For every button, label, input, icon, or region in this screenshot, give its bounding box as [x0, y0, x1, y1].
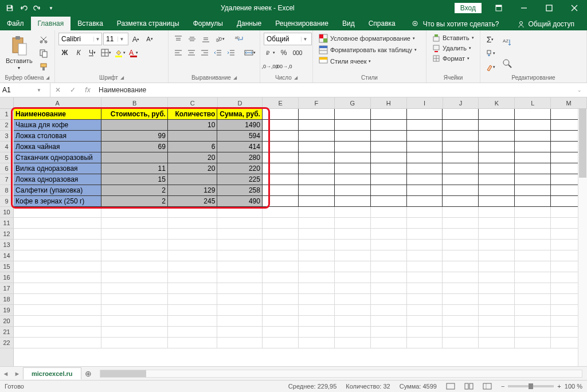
cell[interactable] — [515, 283, 551, 294]
cell[interactable] — [443, 185, 479, 196]
cell[interactable] — [407, 185, 443, 196]
cell[interactable] — [371, 196, 407, 207]
tab-главная[interactable]: Главная — [31, 17, 71, 30]
cell[interactable] — [335, 196, 371, 207]
italic-button[interactable]: К — [72, 46, 85, 59]
cell[interactable] — [515, 185, 551, 196]
wrap-text-icon[interactable]: ab — [233, 33, 245, 45]
cell[interactable] — [263, 142, 299, 152]
fill-icon[interactable]: ▾ — [484, 47, 496, 60]
cell[interactable] — [335, 185, 371, 196]
cell[interactable] — [443, 261, 479, 272]
cell[interactable] — [101, 327, 168, 338]
cell[interactable] — [371, 131, 407, 142]
cell[interactable] — [407, 218, 443, 229]
cell[interactable] — [299, 142, 335, 152]
cell[interactable] — [168, 327, 217, 338]
cell[interactable] — [515, 196, 551, 207]
cell[interactable] — [479, 174, 515, 185]
cell[interactable]: Чашка для кофе — [14, 120, 101, 131]
cell[interactable]: 245 — [168, 196, 217, 207]
percent-format-icon[interactable]: % — [277, 46, 290, 59]
cell[interactable] — [515, 261, 551, 272]
cell[interactable] — [14, 218, 101, 229]
cell[interactable] — [14, 283, 101, 294]
cell[interactable] — [443, 283, 479, 294]
font-launcher-icon[interactable]: ◢ — [120, 75, 124, 80]
col-header[interactable]: A — [14, 97, 101, 108]
row-header[interactable]: 16 — [0, 272, 13, 283]
cell[interactable]: Наименование — [14, 109, 101, 120]
increase-decimal-icon[interactable]: ,0→,00 — [264, 60, 276, 73]
cell[interactable] — [407, 109, 443, 120]
cell[interactable] — [515, 163, 551, 174]
add-sheet-button[interactable]: ⊕ — [81, 367, 95, 381]
cell[interactable]: Кофе в зернах (250 г) — [14, 196, 101, 207]
cell[interactable] — [515, 250, 551, 261]
cell[interactable] — [371, 305, 407, 316]
fill-color-button[interactable]: ▾ — [114, 46, 126, 59]
cell[interactable]: 220 — [217, 163, 263, 174]
cell[interactable] — [443, 316, 479, 327]
row-header[interactable]: 21 — [0, 327, 13, 338]
increase-font-icon[interactable]: A▴ — [130, 33, 142, 45]
underline-button[interactable]: Ч▾ — [86, 46, 99, 59]
cell[interactable] — [14, 294, 101, 305]
cell[interactable] — [371, 142, 407, 152]
cell[interactable] — [479, 283, 515, 294]
cell[interactable] — [14, 338, 101, 348]
cell[interactable] — [443, 196, 479, 207]
cell[interactable] — [407, 272, 443, 283]
cell[interactable]: Сумма, руб. — [217, 109, 263, 120]
cell[interactable] — [443, 272, 479, 283]
tab-рецензирование[interactable]: Рецензирование — [268, 17, 335, 30]
cell[interactable] — [335, 218, 371, 229]
cell[interactable] — [335, 174, 371, 185]
row-header[interactable]: 18 — [0, 294, 13, 305]
cell[interactable] — [335, 152, 371, 163]
row-header[interactable]: 11 — [0, 218, 13, 229]
expand-formula-bar-icon[interactable]: ⌄ — [572, 87, 587, 93]
cell[interactable] — [335, 240, 371, 250]
cell[interactable] — [14, 229, 101, 240]
cell[interactable] — [101, 229, 168, 240]
sheet-nav-prev-icon[interactable]: ◄ — [0, 370, 11, 377]
view-normal-icon[interactable] — [446, 383, 455, 390]
cell[interactable]: 69 — [101, 142, 168, 152]
cell[interactable] — [479, 120, 515, 131]
cell[interactable] — [443, 207, 479, 218]
cell[interactable] — [263, 294, 299, 305]
maximize-icon[interactable] — [537, 0, 562, 16]
cell[interactable] — [443, 294, 479, 305]
cell[interactable] — [515, 131, 551, 142]
cell[interactable] — [263, 250, 299, 261]
zoom-slider[interactable] — [508, 385, 554, 387]
cell[interactable] — [217, 272, 263, 283]
row-header[interactable]: 3 — [0, 131, 13, 142]
col-header[interactable]: B — [101, 97, 168, 108]
cell[interactable] — [407, 283, 443, 294]
font-size-combo[interactable]: ▼ — [103, 33, 128, 45]
copy-icon[interactable] — [37, 47, 50, 60]
row-header[interactable]: 17 — [0, 283, 13, 294]
cell[interactable] — [515, 142, 551, 152]
cell[interactable] — [299, 327, 335, 338]
cell[interactable] — [479, 163, 515, 174]
delete-cells-button[interactable]: Удалить▾ — [430, 43, 476, 53]
clipboard-launcher-icon[interactable]: ◢ — [46, 75, 49, 80]
cell[interactable] — [14, 305, 101, 316]
cell[interactable] — [168, 294, 217, 305]
cell[interactable] — [217, 250, 263, 261]
cell[interactable] — [101, 338, 168, 348]
cell[interactable] — [299, 250, 335, 261]
cell[interactable] — [371, 261, 407, 272]
cell[interactable] — [101, 120, 168, 131]
cell[interactable] — [407, 316, 443, 327]
cell[interactable] — [335, 131, 371, 142]
col-header[interactable]: C — [168, 97, 217, 108]
clear-icon[interactable]: ▾ — [484, 61, 496, 73]
cell[interactable] — [217, 283, 263, 294]
row-header[interactable]: 2 — [0, 120, 13, 131]
cell[interactable] — [168, 261, 217, 272]
cell[interactable] — [168, 272, 217, 283]
